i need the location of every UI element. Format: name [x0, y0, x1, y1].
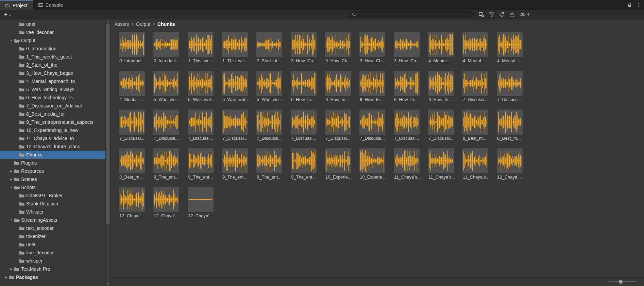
audio-clip-waveform-thumbnail[interactable] [359, 32, 385, 57]
asset-item[interactable]: 11_Chaya’s... [394, 148, 428, 180]
asset-item[interactable]: 9_The_ent... [188, 148, 222, 180]
asset-item[interactable]: 3_How_Ch... [325, 32, 359, 63]
audio-clip-waveform-thumbnail[interactable] [119, 110, 145, 135]
audio-clip-waveform-thumbnail[interactable] [394, 71, 420, 96]
tree-item-6-how-technology-is[interactable]: 6_How_technology_is [0, 94, 105, 102]
audio-clip-waveform-thumbnail[interactable] [188, 110, 214, 135]
audio-clip-waveform-thumbnail[interactable] [188, 148, 214, 173]
create-asset-button[interactable]: + ▼ [3, 11, 13, 18]
audio-clip-waveform-thumbnail[interactable] [325, 32, 351, 57]
audio-clip-waveform-thumbnail[interactable] [222, 148, 248, 173]
search-by-label-icon[interactable] [499, 12, 505, 17]
audio-clip-waveform-thumbnail[interactable] [428, 32, 454, 57]
audio-clip-waveform-thumbnail[interactable] [222, 110, 248, 135]
asset-item[interactable]: 7_Discussi... [291, 110, 325, 141]
asset-item[interactable]: 12_Chaya’... [497, 148, 531, 180]
audio-clip-waveform-thumbnail[interactable] [188, 71, 214, 96]
asset-item[interactable]: 11_Chaya’s... [462, 148, 497, 180]
favorites-icon[interactable] [509, 12, 515, 17]
asset-item[interactable]: 10_Experie... [359, 148, 394, 180]
asset-item[interactable]: 6_How_te... [291, 71, 325, 102]
tree-item-chatgpt-broker[interactable]: ChatGPT_Broker [0, 191, 105, 200]
audio-clip-waveform-thumbnail[interactable] [291, 71, 317, 96]
asset-item[interactable]: 8_Best_m... [497, 110, 531, 141]
audio-clip-waveform-thumbnail[interactable] [153, 71, 179, 96]
asset-item[interactable]: 9_The_ent... [153, 148, 188, 180]
tree-item-1-this-week-s-guest[interactable]: 1_This_week’s_guest [0, 53, 105, 61]
tree-item-unet[interactable]: unet [0, 20, 105, 28]
asset-item[interactable]: 1_This_we... [222, 32, 256, 63]
audio-clip-waveform-thumbnail[interactable] [153, 148, 179, 173]
audio-clip-waveform-thumbnail[interactable] [119, 187, 145, 212]
audio-clip-waveform-thumbnail[interactable] [222, 32, 248, 57]
audio-clip-waveform-thumbnail[interactable] [119, 148, 145, 173]
breadcrumb-chunks[interactable]: Chunks [157, 21, 175, 27]
asset-item[interactable]: 12_Chaya’... [119, 187, 153, 218]
search-field[interactable] [349, 11, 474, 18]
asset-item[interactable]: 9_The_ent... [256, 148, 291, 180]
audio-clip-waveform-thumbnail[interactable] [153, 110, 179, 135]
menu-icon[interactable]: ⋮ [636, 2, 641, 8]
asset-item[interactable]: 9_The_ent... [291, 148, 325, 180]
audio-clip-waveform-thumbnail[interactable] [462, 32, 488, 57]
asset-item[interactable]: 6_How_te... [428, 71, 462, 102]
asset-item[interactable]: 6_How_te... [325, 71, 359, 102]
tree-item-whisper[interactable]: Whisper [0, 208, 105, 216]
audio-clip-waveform-thumbnail[interactable] [291, 32, 317, 57]
audio-clip-waveform-thumbnail[interactable] [394, 32, 420, 57]
audio-clip-waveform-thumbnail[interactable] [497, 110, 523, 135]
breadcrumb-output[interactable]: Output [136, 21, 150, 27]
foldout-closed-icon[interactable]: ▶ [9, 268, 14, 271]
audio-clip-waveform-thumbnail[interactable] [153, 187, 179, 212]
asset-item[interactable]: 7_Discussi... [497, 71, 531, 102]
tree-item-7-discussion-on-artificial[interactable]: 7_Discussion_on_Artificial [0, 102, 105, 110]
audio-clip-waveform-thumbnail[interactable] [119, 32, 145, 57]
asset-item[interactable]: 7_Discussi... [153, 110, 188, 141]
search-by-type-icon[interactable] [489, 12, 494, 17]
foldout-closed-icon[interactable]: ▶ [3, 276, 9, 279]
audio-clip-waveform-thumbnail[interactable] [462, 148, 488, 173]
asset-item[interactable]: 4_Mental_... [462, 32, 497, 63]
audio-clip-waveform-thumbnail[interactable] [325, 148, 351, 173]
asset-item[interactable]: 7_Discussi... [462, 71, 497, 102]
search-input[interactable] [358, 12, 471, 17]
tree-item-textmesh-pro[interactable]: ▶TextMesh Pro [0, 265, 105, 273]
audio-clip-waveform-thumbnail[interactable] [497, 32, 523, 57]
asset-item[interactable]: 5_Was_writ... [188, 71, 222, 102]
tree-item-chunks[interactable]: Chunks [0, 151, 105, 159]
zoom-slider-knob[interactable] [619, 280, 623, 284]
tree-item-resources[interactable]: ▶Resources [0, 167, 105, 175]
tree-scrollbar-thumb[interactable] [106, 24, 109, 224]
asset-item[interactable]: 4_Mental_... [497, 32, 531, 63]
asset-item[interactable]: 8_Best_m... [462, 110, 497, 141]
tree-item-11-chaya-s-advice-to[interactable]: 11_Chaya’s_advice_to [0, 134, 105, 142]
audio-clip-waveform-thumbnail[interactable] [497, 148, 523, 173]
audio-clip-waveform-thumbnail[interactable] [359, 71, 385, 96]
asset-item[interactable]: 4_Mental_... [119, 71, 153, 102]
asset-item[interactable]: 5_Was_writ... [153, 71, 188, 102]
asset-item[interactable]: 3_How_Ch... [291, 32, 325, 63]
tree-item-stablediffusion[interactable]: StableDiffusion [0, 200, 105, 208]
audio-clip-waveform-thumbnail[interactable] [291, 110, 317, 135]
asset-item[interactable]: 10_Experie... [325, 148, 359, 180]
asset-item[interactable]: 12_Chaya’... [188, 187, 222, 218]
asset-item[interactable]: 3_How_Ch... [359, 32, 394, 63]
tree-scrollbar[interactable]: ▲ ▼ [105, 19, 110, 286]
audio-clip-waveform-thumbnail[interactable] [188, 187, 214, 212]
audio-clip-waveform-thumbnail[interactable] [256, 148, 282, 173]
asset-item[interactable]: 2_Start_of... [256, 32, 291, 63]
asset-item[interactable]: 5_Was_writ... [222, 71, 256, 102]
audio-clip-waveform-thumbnail[interactable] [394, 110, 420, 135]
audio-clip-waveform-thumbnail[interactable] [291, 148, 317, 173]
audio-clip-waveform-thumbnail[interactable] [256, 71, 282, 96]
zoom-slider[interactable] [609, 281, 636, 282]
tree-item-plugins[interactable]: Plugins [0, 159, 105, 167]
scroll-down-icon[interactable]: ▼ [106, 283, 110, 285]
tree-item-4-mental-approach-to[interactable]: 4_Mental_approach_to [0, 77, 105, 85]
audio-clip-waveform-thumbnail[interactable] [222, 71, 248, 96]
tree-item-unet[interactable]: unet [0, 240, 105, 249]
foldout-closed-icon[interactable]: ▶ [9, 178, 14, 181]
audio-clip-waveform-thumbnail[interactable] [188, 32, 214, 57]
audio-clip-waveform-thumbnail[interactable] [359, 110, 385, 135]
tab-project[interactable]: Project [0, 0, 33, 10]
